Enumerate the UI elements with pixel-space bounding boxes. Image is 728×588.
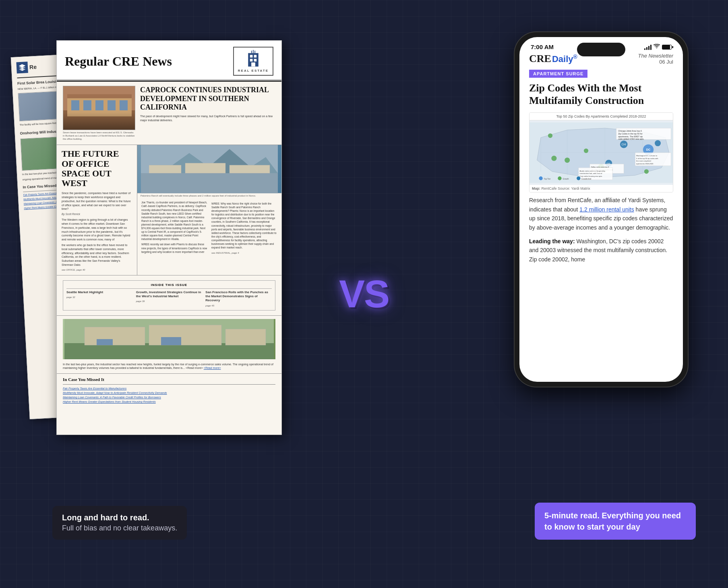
- inside-item-seattle: Seattle Market Highlight page 32: [66, 290, 133, 308]
- svg-text:Top Tier: Top Tier: [544, 178, 551, 180]
- bottom-body: In the last two-plus years, the industri…: [63, 362, 275, 371]
- article-body-para2: Leading the way: Washington, DC's zip co…: [529, 237, 673, 264]
- case-link4[interactable]: Higher Rent Means Greater Expectations f…: [63, 400, 275, 403]
- svg-text:Growth: Growth: [563, 178, 569, 180]
- office-byline: By Scott Renick: [62, 213, 132, 215]
- svg-text:the most completed: the most completed: [636, 160, 651, 162]
- newspaper-title: Regular CRE News: [65, 54, 172, 69]
- dynamic-island: [577, 43, 625, 56]
- right-photo-caption: Palomino Ranch will eventually include t…: [137, 193, 281, 198]
- case-link2[interactable]: Multifamily Must Innovate, Adapt Now to …: [63, 391, 275, 394]
- svg-text:code added 4,502 new apts.: code added 4,502 new apts.: [618, 138, 644, 141]
- svg-point-69: [577, 176, 580, 180]
- vs-text: VS: [339, 272, 389, 315]
- main-story-section: Seven lease transactions have been execu…: [57, 82, 281, 145]
- status-icons: [644, 44, 672, 50]
- svg-text:apartments 2018-2022.: apartments 2018-2022.: [636, 163, 654, 165]
- newsletter-date: 06 Jul: [638, 59, 673, 65]
- svg-rect-31: [97, 339, 113, 345]
- svg-rect-29: [149, 325, 221, 345]
- svg-point-45: [548, 134, 552, 138]
- svg-text:Washington D.C. is home to: Washington D.C. is home to: [636, 155, 658, 157]
- newsletter-header-right: The Newsletter 06 Jul: [638, 53, 673, 65]
- wifi-icon: [654, 44, 660, 50]
- newspaper-header: Regular CRE News REAL ESTATE: [57, 41, 281, 81]
- case-link1[interactable]: Fair Property Taxes Are Essential to Man…: [63, 387, 275, 390]
- svg-point-44: [584, 149, 588, 153]
- svg-rect-5: [251, 62, 255, 66]
- newspaper-logo-box: REAL ESTATE: [233, 47, 273, 76]
- article-body: Research from RentCafe, an affiliate of …: [529, 196, 673, 232]
- cre-logo: CRE Daily®: [529, 53, 577, 65]
- svg-point-47: [644, 170, 649, 174]
- svg-rect-17: [120, 100, 128, 110]
- see-office-ref: see OFFICE, page 40: [62, 269, 132, 271]
- status-time: 7:00 AM: [531, 43, 554, 50]
- main-photo-caption: Seven lease transactions have been execu…: [63, 131, 135, 141]
- left-panel: Re First Solar Brea Louisiana NEW IBERIA…: [32, 40, 282, 463]
- svg-text:2 of the top 50 zip codes with: 2 of the top 50 zip codes with: [636, 157, 658, 159]
- case-link3[interactable]: Maintaining Loan Covenants: A Path to Fa…: [63, 396, 275, 399]
- phone-screen: 7:00 AM: [519, 37, 683, 382]
- left-caption-bold: Long and hard to read.: [62, 513, 177, 522]
- case-section: In Case You Missed It Fair Property Taxe…: [57, 374, 281, 408]
- svg-rect-14: [83, 100, 91, 110]
- col-right-body: Joe Tharris, co-founder and president of…: [141, 201, 207, 241]
- svg-rect-23: [149, 165, 181, 173]
- article-headline: Zip Codes With the Most Multifamily Cons…: [529, 82, 673, 107]
- svg-text:construction hub, with 3 out o: construction hub, with 3 out of: [580, 173, 603, 175]
- col-right-body2: WREE recently sat down with Pharris to d…: [141, 242, 207, 253]
- main-story-photo: Seven lease transactions have been execu…: [63, 86, 135, 141]
- map-svg: DC CHI DAL: [529, 120, 673, 185]
- case-title: In Case You Missed It: [63, 377, 275, 382]
- read-more-link[interactable]: <Read more>: [204, 366, 221, 369]
- signal-icon: [644, 44, 651, 50]
- newspaper-logo-label: REAL ESTATE: [238, 69, 269, 72]
- wree-body: WREE: Why was Norco the right choice for…: [211, 202, 277, 249]
- svg-point-65: [539, 176, 542, 180]
- right-photo: [137, 145, 281, 193]
- map-caption: Map: RentCafe Source: Yardi Matrix: [529, 185, 673, 192]
- svg-text:apartments. The 60827 zip: apartments. The 60827 zip: [618, 135, 643, 138]
- svg-rect-10: [63, 110, 135, 130]
- bottom-image: [63, 319, 275, 359]
- industrial-col: Palomino Ranch will eventually include t…: [137, 145, 281, 275]
- cre-logo-cre: CRE: [529, 53, 551, 65]
- svg-rect-19: [141, 173, 278, 193]
- svg-point-46: [551, 156, 556, 161]
- svg-text:Austin metro area is a burgeon: Austin metro area is a burgeoning: [580, 170, 606, 172]
- map-area: DC CHI DAL: [529, 120, 673, 185]
- svg-text:CHI: CHI: [622, 143, 626, 146]
- svg-rect-13: [71, 100, 79, 110]
- right-body: Joe Tharris, co-founder and president of…: [137, 198, 281, 257]
- svg-point-43: [565, 158, 570, 163]
- map-container: Top 50 Zip Codes By Apartments Completed…: [529, 112, 673, 193]
- svg-text:Chicago-Joliet Area has 6: Chicago-Joliet Area has 6: [618, 130, 642, 133]
- svg-rect-28: [85, 327, 145, 345]
- two-col-section: THE FUTURE OF OFFICE SPACE OUT WEST Sinc…: [57, 145, 281, 275]
- inside-section: INSIDE THIS ISSUE Seattle Market Highlig…: [57, 275, 281, 316]
- right-panel: 7:00 AM: [515, 32, 688, 387]
- phone-content: CRE Daily® The Newsletter 06 Jul APARTME…: [519, 53, 683, 373]
- office-col: THE FUTURE OF OFFICE SPACE OUT WEST Sinc…: [57, 145, 137, 275]
- inside-item2: San Francisco Rolls with the Punches as …: [205, 290, 272, 308]
- phone-frame: 7:00 AM: [515, 32, 688, 387]
- map-title: Top 50 Zip Codes By Apartments Completed…: [529, 113, 673, 120]
- svg-rect-24: [185, 163, 225, 173]
- svg-text:DC: DC: [646, 148, 651, 152]
- svg-rect-2: [254, 55, 257, 58]
- cre-logo-daily: Daily®: [552, 54, 577, 64]
- svg-rect-12: [67, 94, 132, 98]
- newsletter-label: The Newsletter: [638, 53, 673, 59]
- right-caption-text: 5-minute read. Everything you need to kn…: [544, 510, 686, 532]
- rental-units-link[interactable]: 1.2 million rental units: [579, 206, 634, 213]
- svg-rect-1: [250, 55, 253, 58]
- svg-rect-25: [230, 165, 270, 173]
- inside-items: Seattle Market Highlight page 32 Growth,…: [66, 290, 272, 308]
- svg-point-67: [558, 176, 561, 180]
- svg-text:Established: Established: [581, 178, 592, 180]
- bottom-left-caption: Long and hard to read. Full of bias and …: [52, 506, 187, 540]
- svg-rect-32: [161, 337, 181, 345]
- main-headline: CAPROCK CONTINUES INDUSTRIAL DEVELOPMENT…: [140, 86, 275, 112]
- bottom-section: In the last two-plus years, the industri…: [57, 316, 281, 374]
